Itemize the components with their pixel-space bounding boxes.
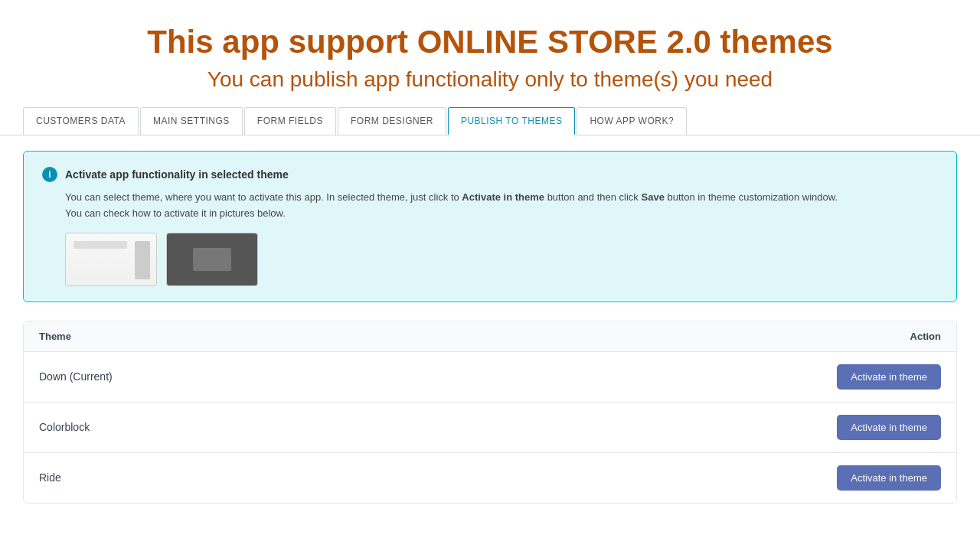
activate-theme-ride-button[interactable]: Activate in theme	[837, 465, 941, 491]
thumbnail-1	[65, 233, 157, 286]
theme-name-ride: Ride	[39, 471, 61, 484]
tab-customers-data[interactable]: CUSTOMERS DATA	[23, 107, 139, 135]
tab-form-designer[interactable]: FORM DESIGNER	[338, 107, 446, 135]
action-col-header: Action	[910, 331, 941, 342]
main-content: i Activate app functionality in selected…	[0, 151, 980, 504]
activate-theme-down-button[interactable]: Activate in theme	[837, 364, 941, 390]
theme-name-colorblock: Colorblock	[39, 421, 90, 433]
thumbnails	[42, 233, 938, 286]
themes-table: Theme Action Down (Current) Activate in …	[23, 321, 957, 504]
theme-col-header: Theme	[39, 331, 71, 342]
info-box-title: Activate app functionality in selected t…	[65, 168, 289, 181]
tab-form-fields[interactable]: FORM FIELDS	[244, 107, 336, 135]
activate-theme-colorblock-button[interactable]: Activate in theme	[837, 415, 941, 440]
page-header: This app support ONLINE STORE 2.0 themes…	[0, 0, 980, 107]
page-subtitle: You can publish app functionality only t…	[31, 67, 949, 92]
table-row: Colorblock Activate in theme	[24, 403, 956, 453]
info-box: i Activate app functionality in selected…	[23, 151, 957, 302]
table-row: Down (Current) Activate in theme	[24, 352, 956, 403]
tab-main-settings[interactable]: MAIN SETTINGS	[140, 107, 243, 135]
tab-publish-to-themes[interactable]: PUBLISH TO THEMES	[448, 107, 576, 135]
tabs-container: CUSTOMERS DATA MAIN SETTINGS FORM FIELDS…	[0, 107, 980, 135]
tab-how-app-work[interactable]: HOW APP WORK?	[577, 107, 687, 135]
table-header: Theme Action	[24, 321, 956, 352]
info-box-header: i Activate app functionality in selected…	[42, 167, 938, 182]
theme-name-down: Down (Current)	[39, 370, 113, 383]
thumbnail-2	[166, 233, 258, 286]
info-box-text: You can select theme, where you want to …	[42, 190, 938, 222]
page-title: This app support ONLINE STORE 2.0 themes	[31, 23, 949, 61]
table-row: Ride Activate in theme	[24, 453, 956, 503]
info-icon: i	[42, 167, 57, 182]
tabs-list: CUSTOMERS DATA MAIN SETTINGS FORM FIELDS…	[23, 107, 957, 135]
